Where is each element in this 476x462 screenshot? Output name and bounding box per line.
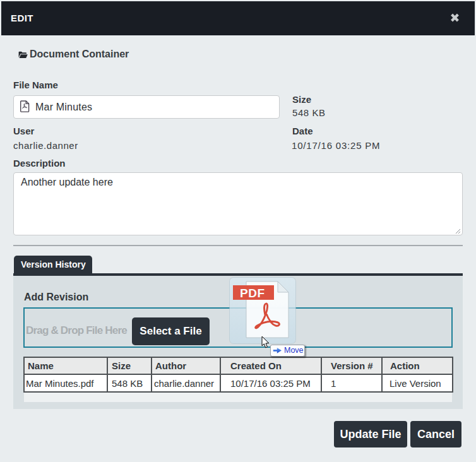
svg-text:PDF: PDF — [240, 287, 265, 300]
